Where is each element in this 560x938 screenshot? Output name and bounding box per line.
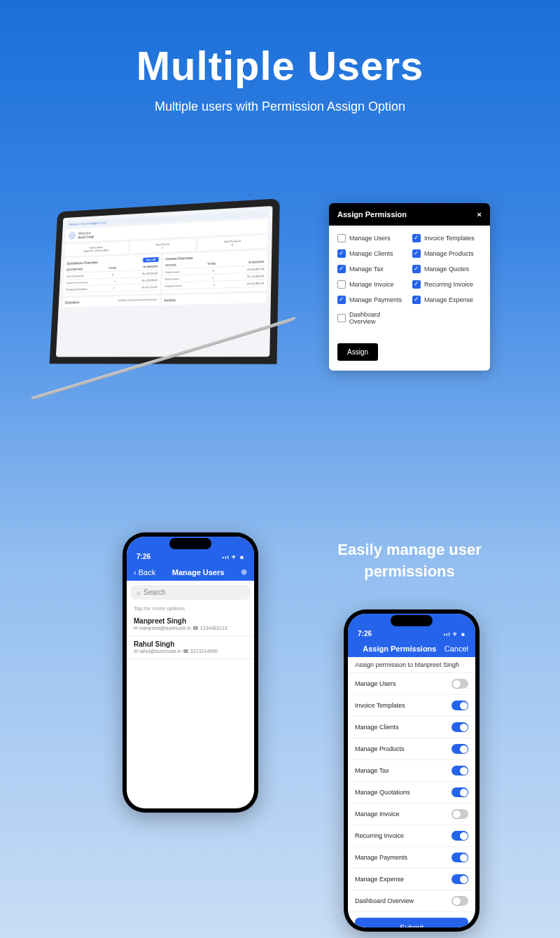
search-input[interactable]: ⌕ Search [131, 585, 250, 600]
section-subtitle: Easily manage user permissions [329, 539, 490, 583]
permission-toggle-row: Manage Invoice [348, 803, 475, 825]
toggle-switch[interactable] [451, 722, 468, 732]
permission-checkbox[interactable]: Recurring Invoice [412, 280, 482, 289]
checkbox-icon[interactable] [412, 296, 421, 304]
permission-checkbox[interactable]: Manage Payments [337, 296, 407, 304]
hero-title: Multiple Users [14, 42, 546, 89]
toggle-switch[interactable] [451, 896, 468, 906]
permission-toggle-row: Manage Payments [348, 847, 475, 869]
checkbox-icon[interactable] [337, 280, 346, 289]
assign-button[interactable]: Assign [337, 343, 378, 361]
user-list-item[interactable]: Rahul Singh✉ rahul@sushcode.in ☎ 3213214… [127, 636, 254, 659]
checkbox-icon[interactable] [412, 234, 421, 242]
nav-title: Assign Permissions [363, 644, 436, 653]
checkbox-icon[interactable] [337, 249, 346, 258]
toggle-switch[interactable] [451, 744, 468, 754]
cancel-button[interactable]: Cancel [444, 644, 468, 653]
toggle-switch[interactable] [451, 701, 468, 710]
search-icon: ⌕ [136, 588, 141, 596]
clients-card: Total Clients2 [130, 238, 196, 254]
permission-toggle-row: Manage Expense [348, 869, 475, 890]
toggle-switch[interactable] [451, 831, 468, 841]
checkbox-icon[interactable] [337, 234, 346, 242]
view-all-button[interactable]: View All [143, 257, 158, 263]
checkbox-icon[interactable] [337, 296, 346, 304]
toggle-switch[interactable] [451, 853, 468, 862]
assign-subtitle: Assign permission to Manpreet Singh [348, 657, 475, 673]
permission-toggle-row: Dashboard Overview [348, 890, 475, 912]
status-icons: •ıl ᯤ ■ [222, 554, 244, 560]
permission-toggle-row: Manage Quotations [348, 782, 475, 803]
permission-toggle-row: Invoice Templates [348, 695, 475, 717]
phone-assign-permissions: 7:26•ıl ᯤ ■ Assign Permissions Cancel As… [344, 609, 479, 932]
checkbox-icon[interactable] [412, 265, 421, 273]
permission-toggle-row: Recurring Invoice [348, 825, 475, 847]
hero-subtitle: Multiple users with Permission Assign Op… [14, 99, 546, 114]
checkbox-icon[interactable] [337, 314, 346, 322]
products-card: Total Products3 [197, 235, 267, 250]
permission-toggle-row: Manage Tax [348, 760, 475, 782]
back-button[interactable]: ‹ Back [134, 568, 155, 577]
add-icon[interactable]: ⊕ [241, 567, 247, 577]
permission-checkbox[interactable]: Manage Clients [337, 249, 407, 258]
subscription-card: SubscriptionValid Till - 18-Oct-2029 [65, 242, 128, 256]
permission-checkbox[interactable]: Invoice Templates [412, 234, 482, 242]
laptop-mockup: Welcome ! Your are logged in now. Welcom… [42, 203, 322, 469]
quotation-chart: Quotation ■ Number of Quote ■ Converted … [62, 296, 160, 308]
toggle-switch[interactable] [451, 874, 468, 884]
permission-checkbox[interactable]: Manage Products [412, 249, 482, 258]
avatar-icon [68, 232, 76, 240]
phone-manage-users: 7:26•ıl ᯤ ■ ‹ Back Manage Users ⊕ ⌕ Sear… [122, 532, 258, 813]
toggle-switch[interactable] [451, 766, 468, 775]
hint-text: Tap for more options [127, 604, 254, 613]
permission-toggle-row: Manage Users [348, 673, 475, 695]
perm-card-title: Assign Permission [337, 210, 407, 219]
user-name: Sush Code [78, 235, 94, 240]
permission-checkbox[interactable]: Manage Expense [412, 296, 482, 304]
toggle-switch[interactable] [451, 809, 468, 819]
user-list-item[interactable]: Manpreet Singh✉ manpreet@sushcode.in ☎ 1… [127, 613, 254, 636]
permission-checkbox[interactable]: Manage Invoice [337, 280, 407, 289]
checkbox-icon[interactable] [412, 249, 421, 258]
hero-section: Multiple Users Multiple users with Permi… [0, 0, 560, 135]
nav-title: Manage Users [172, 568, 225, 577]
toggle-switch[interactable] [451, 787, 468, 797]
status-icons: •ıl ᯤ ■ [443, 631, 465, 637]
close-icon[interactable]: × [477, 210, 482, 219]
invoice-overview: Invoice Overview INVOICETOTALIN AMOUNT T… [162, 250, 267, 294]
checkbox-icon[interactable] [337, 265, 346, 273]
permission-toggle-row: Manage Clients [348, 717, 475, 738]
permission-toggle-row: Manage Products [348, 738, 475, 760]
permission-checkbox[interactable]: Dashboard Overview [337, 311, 407, 325]
permission-checkbox[interactable]: Manage Quotes [412, 265, 482, 273]
checkbox-icon[interactable] [412, 280, 421, 289]
quotations-overview: Quotations OverviewView All QUOTATIONSTO… [63, 254, 161, 296]
toggle-switch[interactable] [451, 679, 468, 689]
submit-button[interactable]: Submit [355, 918, 468, 927]
permission-checkbox[interactable]: Manage Tax [337, 265, 407, 273]
status-time: 7:26 [358, 630, 372, 637]
status-time: 7:26 [136, 553, 150, 560]
permission-checkbox[interactable]: Manage Users [337, 234, 407, 242]
invoice-chart: Invoice [161, 293, 267, 305]
assign-permission-card: Assign Permission × Manage UsersManage C… [329, 203, 490, 371]
